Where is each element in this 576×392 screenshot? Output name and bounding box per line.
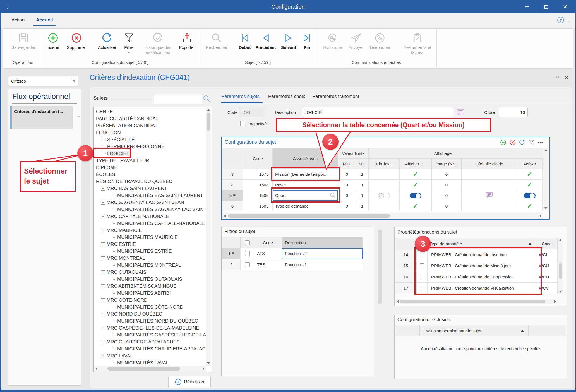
- tree-item[interactable]: −MRC LAVAL: [94, 352, 206, 359]
- cell-image[interactable]: 0: [432, 180, 461, 190]
- cell-infobulle[interactable]: [461, 180, 517, 190]
- col-group-affichage[interactable]: Affichage: [369, 148, 517, 158]
- row-header[interactable]: 3: [222, 169, 243, 180]
- cell-description[interactable]: Fonction #1: [282, 259, 363, 270]
- tree-item[interactable]: SPÉCIALITÉ: [94, 136, 206, 143]
- cell-image[interactable]: 0: [432, 190, 461, 201]
- checkbox[interactable]: [245, 251, 250, 256]
- tree-item[interactable]: MUNICIPALITÉS OUTAOUAIS: [94, 275, 206, 282]
- cell-min[interactable]: 0: [338, 190, 356, 201]
- search-record-button[interactable]: Rechercher: [203, 31, 230, 50]
- cell-infobulle[interactable]: [461, 201, 517, 211]
- cell-min[interactable]: 0: [338, 180, 356, 190]
- phone-button[interactable]: Téléphoner: [367, 31, 393, 50]
- cell-max[interactable]: 1: [356, 201, 369, 211]
- tree-item[interactable]: MUNICIPALITÉS GASPÉSIE-ÎLES-DE-LA-M: [94, 331, 206, 338]
- cell-code[interactable]: 1575: [243, 169, 273, 180]
- chevron-down-icon[interactable]: ⌄: [567, 18, 570, 22]
- collapse-icon[interactable]: −: [101, 354, 105, 358]
- exclusion-col[interactable]: Exclusion permise pour le sujet: [420, 325, 529, 336]
- tab-parametres-sujets[interactable]: Paramètres sujets: [221, 94, 260, 99]
- log-checkbox[interactable]: [240, 121, 245, 126]
- tree-item[interactable]: PRÉSENTATION CANDIDAT: [94, 122, 206, 129]
- tree-item[interactable]: −MRC NORD DU QUÉBEC: [94, 310, 206, 317]
- tab-accueil[interactable]: Accueil: [33, 16, 56, 26]
- cell-infobulle[interactable]: [461, 190, 517, 201]
- previous-record-button[interactable]: Précédent: [253, 31, 278, 50]
- col-code[interactable]: Code: [243, 148, 273, 169]
- tree-horizontal-scrollbar[interactable]: [94, 366, 206, 372]
- tree-item[interactable]: −MRC MONTRÉAL: [94, 254, 206, 261]
- checkbox[interactable]: [245, 262, 250, 267]
- tree-item[interactable]: MUNICIPALITÉS BAS-SAINT-LAURENT: [94, 192, 206, 199]
- cell-image[interactable]: 0: [432, 201, 461, 211]
- cell-code[interactable]: WCI: [536, 249, 558, 260]
- col-afficher[interactable]: Afficher c...: [399, 158, 432, 169]
- cell-code[interactable]: ATS: [254, 248, 282, 259]
- cell-max[interactable]: 1: [356, 190, 369, 201]
- filter-table-icon[interactable]: [528, 139, 535, 146]
- tree-item[interactable]: PERMIS PROFESSIONNEL: [94, 143, 206, 150]
- comment-icon[interactable]: [485, 191, 493, 200]
- cell-search-icon[interactable]: [329, 192, 337, 199]
- tree-item[interactable]: MUNICIPALITÉS MONTRÉAL: [94, 261, 206, 268]
- col-tri[interactable]: Tri/Clas...: [369, 158, 399, 169]
- col-image[interactable]: Image (N°...: [432, 158, 461, 169]
- config-vertical-scrollbar[interactable]: [543, 148, 549, 210]
- tree-item[interactable]: GENRE: [94, 108, 206, 115]
- filtres-col-description[interactable]: Description: [282, 237, 363, 248]
- tab-parametres-choix[interactable]: Paramètres choix: [268, 94, 305, 99]
- collapse-icon[interactable]: −: [101, 229, 105, 232]
- export-button[interactable]: Exporter: [177, 31, 197, 50]
- props-vertical-scrollbar[interactable]: [558, 238, 563, 294]
- cell-max[interactable]: 1: [356, 169, 369, 180]
- toggle-on[interactable]: [410, 193, 421, 198]
- cell-checkbox[interactable]: [241, 259, 254, 270]
- cell-associe-avec[interactable]: Poste: [273, 180, 338, 190]
- cell-type[interactable]: PRIMWEB - Création demande Insertion: [428, 249, 536, 260]
- props-horizontal-scrollbar[interactable]: [395, 299, 558, 304]
- tree-item[interactable]: ÉCOLES: [94, 171, 206, 178]
- cell-type[interactable]: PRIMWEB - Création demande Mise à jour: [428, 260, 536, 271]
- refresh-table-icon[interactable]: [519, 139, 525, 146]
- minimize-button[interactable]: [523, 3, 531, 11]
- collapse-icon[interactable]: −: [101, 326, 105, 330]
- document-close-icon[interactable]: ×: [565, 74, 568, 81]
- next-record-button[interactable]: Suivant: [279, 31, 299, 50]
- cell-code[interactable]: 1503: [243, 201, 273, 211]
- code-field[interactable]: [239, 107, 265, 117]
- cell-infobulle[interactable]: [461, 169, 517, 180]
- subjects-search-icon[interactable]: [203, 95, 211, 104]
- tree-item[interactable]: FONCTION: [94, 129, 206, 136]
- tree-item[interactable]: MUNICIPALITÉS CÔTE-NORD: [94, 303, 206, 310]
- tree-item[interactable]: −MRC ESTRIE: [94, 241, 206, 247]
- config-horizontal-scrollbar[interactable]: [222, 213, 543, 219]
- tree-item[interactable]: −MRC CAPITALE NATIONALE: [94, 213, 206, 220]
- help-icon[interactable]: ?: [557, 17, 564, 23]
- tree-item[interactable]: −MRC SAGUENAY-LAC-SAINT-JEAN: [94, 199, 206, 206]
- cell-tri[interactable]: [369, 180, 399, 190]
- quick-access-icon[interactable]: ⌄⌄: [6, 4, 9, 9]
- collapse-icon[interactable]: −: [101, 298, 105, 302]
- cell-image[interactable]: 0: [432, 169, 461, 180]
- collapse-icon[interactable]: −: [101, 270, 105, 274]
- tree-item[interactable]: TYPE DE TRAVAILLEUR: [94, 157, 206, 164]
- ordre-field[interactable]: [499, 107, 528, 117]
- collapse-icon[interactable]: −: [101, 340, 105, 344]
- reindex-button[interactable]: Réindexer: [168, 376, 211, 388]
- col-group-valeur-limite[interactable]: Valeur limite: [338, 148, 369, 158]
- toggle-on[interactable]: [524, 193, 536, 198]
- cell-afficher[interactable]: ✓: [399, 201, 432, 211]
- cell-activer[interactable]: ✓: [517, 201, 542, 211]
- cell-tri[interactable]: [369, 201, 399, 211]
- checkbox[interactable]: [420, 263, 424, 268]
- row-header[interactable]: 14: [395, 249, 416, 260]
- collapse-icon[interactable]: −: [101, 215, 105, 218]
- history-modifications-button[interactable]: Historique des modifications: [141, 31, 175, 55]
- sidebar-filter-input[interactable]: [8, 79, 69, 83]
- subjects-search-input[interactable]: [154, 94, 202, 104]
- send-button[interactable]: Envoyer: [346, 31, 366, 50]
- cell-afficher[interactable]: [399, 190, 432, 201]
- col-associe-avec[interactable]: Associé avec: [273, 148, 338, 169]
- cell-associe-avec[interactable]: Mission (Demande tempor...: [273, 169, 338, 180]
